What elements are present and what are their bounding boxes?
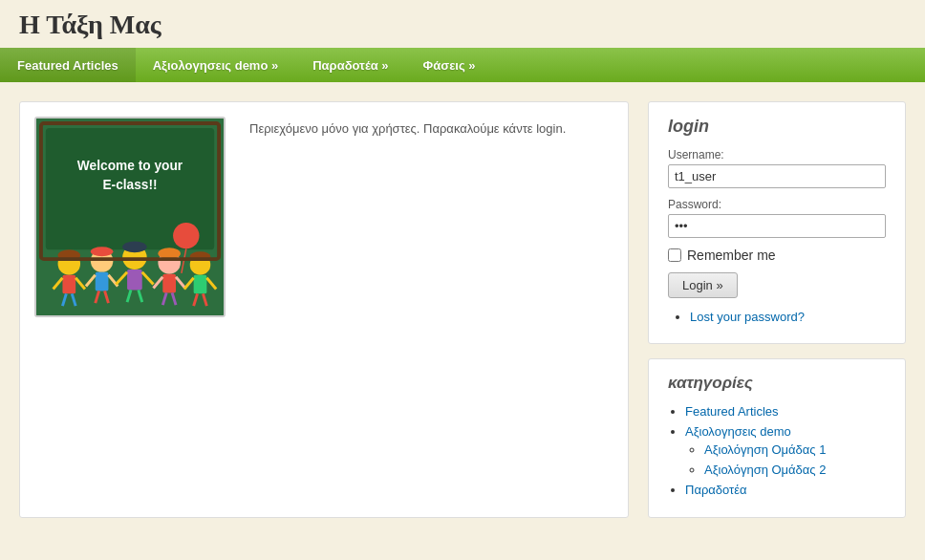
header: Η Τάξη Μας [0, 0, 925, 48]
category-item-axiologiseis: Αξιολογησεις demo Αξιολόγηση Ομάδας 1 Αξ… [685, 424, 886, 477]
lost-password-list: Lost your password? [673, 310, 886, 324]
lost-password-section: Lost your password? [668, 310, 886, 324]
categories-title: κατηγορίες [668, 374, 886, 393]
sub-link-omada2[interactable]: Αξιολόγηση Ομάδας 2 [704, 463, 826, 477]
category-link-featured[interactable]: Featured Articles [685, 404, 779, 419]
axiologiseis-sublist: Αξιολόγηση Ομάδας 1 Αξιολόγηση Ομάδας 2 [685, 442, 886, 477]
category-link-paradotea[interactable]: Παραδοτέα [685, 483, 747, 497]
content-area: Welcome to your E-class!! [19, 101, 629, 518]
password-input[interactable] [668, 214, 886, 238]
sub-item-omada1: Αξιολόγηση Ομάδας 1 [704, 442, 886, 457]
site-title: Η Τάξη Μας [19, 10, 161, 39]
svg-text:Welcome to your: Welcome to your [77, 159, 183, 173]
svg-rect-33 [194, 275, 207, 294]
categories-box: κατηγορίες Featured Articles Αξιολογησει… [648, 358, 906, 518]
login-required-message: Περιεχόμενο μόνο για χρήστες. Παρακαλούμ… [249, 121, 609, 136]
svg-rect-5 [62, 275, 75, 294]
category-item-paradotea: Παραδοτέα [685, 483, 886, 497]
svg-point-39 [173, 223, 199, 248]
remember-me-row: Remember me [668, 248, 886, 263]
sub-item-omada2: Αξιολόγηση Ομάδας 2 [704, 463, 886, 477]
sidebar: login Username: Password: Remember me Lo… [648, 101, 906, 518]
remember-me-label: Remember me [687, 248, 776, 263]
svg-point-24 [122, 241, 146, 252]
content-message: Περιεχόμενο μόνο για χρήστες. Παρακαλούμ… [245, 117, 613, 317]
svg-rect-26 [162, 274, 176, 293]
categories-list: Featured Articles Αξιολογησεις demo Αξιο… [668, 404, 886, 497]
login-box: login Username: Password: Remember me Lo… [648, 101, 906, 344]
nav-item-faseis[interactable]: Φάσεις » [406, 48, 493, 82]
nav-item-featured-articles[interactable]: Featured Articles [0, 48, 136, 82]
navigation: Featured Articles Αξιολογησεις demo » Πα… [0, 48, 925, 82]
password-label: Password: [668, 198, 886, 211]
lost-password-link[interactable]: Lost your password? [690, 310, 805, 324]
svg-rect-19 [127, 269, 142, 291]
nav-item-axiologiseis[interactable]: Αξιολογησεις demo » [136, 48, 295, 82]
login-button[interactable]: Login » [668, 272, 738, 298]
username-input[interactable] [668, 164, 886, 188]
category-item-featured: Featured Articles [685, 404, 886, 419]
nav-item-paradotea[interactable]: Παραδοτέα » [295, 48, 405, 82]
svg-point-17 [91, 247, 114, 256]
welcome-image: Welcome to your E-class!! [34, 117, 226, 317]
remember-me-checkbox[interactable] [668, 248, 681, 262]
lost-password-item: Lost your password? [690, 310, 886, 324]
svg-rect-12 [96, 272, 109, 291]
main-layout: Welcome to your E-class!! [0, 82, 925, 537]
category-link-axiologiseis[interactable]: Αξιολογησεις demo [685, 424, 791, 439]
sub-link-omada1[interactable]: Αξιολόγηση Ομάδας 1 [704, 442, 826, 457]
username-label: Username: [668, 148, 886, 162]
svg-text:E-class!!: E-class!! [102, 178, 157, 192]
login-title: login [668, 117, 886, 137]
content-inner: Welcome to your E-class!! [20, 102, 628, 332]
